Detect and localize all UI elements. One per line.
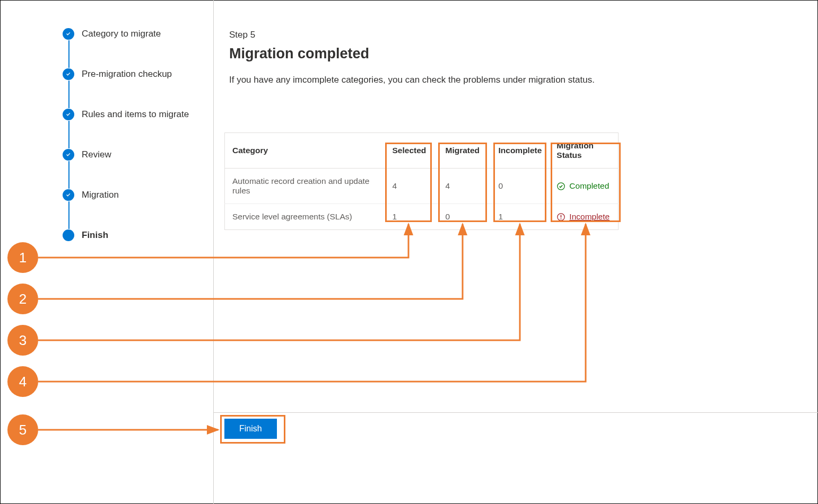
col-category: Category [225, 133, 385, 169]
cell-status: Completed [549, 169, 618, 204]
col-status: Migration Status [549, 133, 618, 169]
annotation-callout-5: 5 [7, 414, 38, 445]
cell-migrated: 4 [438, 169, 491, 204]
cell-status: Incomplete [549, 204, 618, 230]
step-label: Rules and items to migrate [82, 109, 189, 120]
checkmark-icon [63, 149, 74, 161]
success-icon [556, 182, 565, 191]
annotation-callout-4: 4 [7, 366, 38, 397]
col-migrated: Migrated [438, 133, 491, 169]
step-label: Category to migrate [82, 29, 161, 39]
cell-category: Service level agreements (SLAs) [225, 204, 385, 230]
col-incomplete: Incomplete [491, 133, 550, 169]
status-text: Completed [569, 181, 609, 191]
table-row: Service level agreements (SLAs) 1 0 1 In… [225, 204, 619, 230]
page-description: If you have any imcomplete categories, y… [229, 74, 632, 87]
step-pre-migration-checkup[interactable]: Pre-migration checkup [63, 68, 211, 81]
step-category-to-migrate[interactable]: Category to migrate [63, 28, 211, 40]
cell-category: Automatic record creation and update rul… [225, 169, 385, 204]
current-step-icon [63, 229, 74, 241]
col-selected: Selected [385, 133, 438, 169]
step-number: Step 5 [229, 30, 802, 40]
step-label: Migration [82, 190, 119, 200]
page-title: Migration completed [229, 46, 802, 62]
status-link-incomplete[interactable]: Incomplete [569, 212, 610, 222]
step-review[interactable]: Review [63, 148, 211, 161]
cell-selected: 1 [385, 204, 438, 230]
step-migration[interactable]: Migration [63, 189, 211, 201]
vertical-divider [213, 0, 214, 504]
table-header-row: Category Selected Migrated Incomplete Mi… [225, 133, 619, 169]
checkmark-icon [63, 109, 74, 120]
step-label: Review [82, 149, 111, 160]
wizard-stepper: Category to migrate Pre-migration checku… [63, 28, 211, 242]
checkmark-icon [63, 28, 74, 40]
cell-incomplete: 1 [491, 204, 550, 230]
step-finish[interactable]: Finish [63, 229, 211, 242]
finish-button[interactable]: Finish [224, 419, 277, 439]
annotation-callout-1: 1 [7, 242, 38, 273]
step-label: Finish [82, 230, 108, 241]
cell-incomplete: 0 [491, 169, 550, 204]
main-content: Step 5 Migration completed If you have a… [229, 30, 802, 119]
table-row: Automatic record creation and update rul… [225, 169, 619, 204]
error-icon [556, 213, 565, 222]
annotation-callout-3: 3 [7, 325, 38, 356]
checkmark-icon [63, 68, 74, 80]
migration-results-table: Category Selected Migrated Incomplete Mi… [224, 132, 619, 230]
step-label: Pre-migration checkup [82, 69, 172, 79]
cell-migrated: 0 [438, 204, 491, 230]
footer-separator [213, 412, 818, 413]
annotation-callout-2: 2 [7, 284, 38, 314]
svg-point-3 [561, 218, 562, 219]
cell-selected: 4 [385, 169, 438, 204]
checkmark-icon [63, 189, 74, 201]
step-rules-and-items[interactable]: Rules and items to migrate [63, 108, 211, 121]
